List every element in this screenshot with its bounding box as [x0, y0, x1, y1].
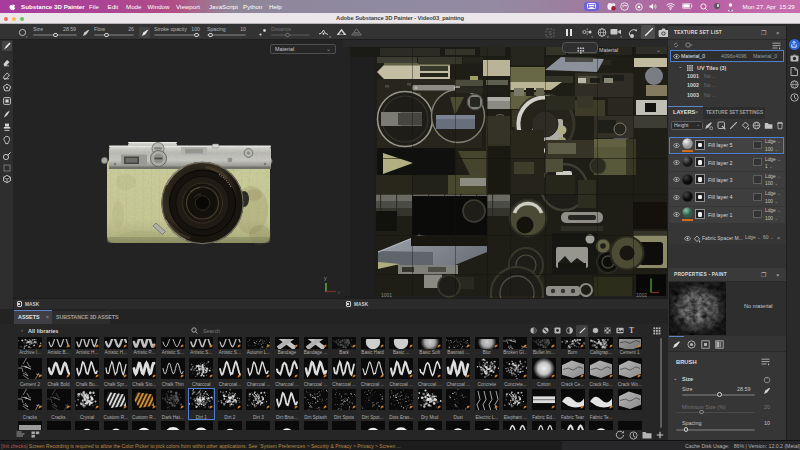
svg-text:1002: 1002 [636, 292, 647, 298]
svg-text:y: y [324, 275, 327, 281]
svg-text:x: x [338, 289, 341, 295]
svg-text:S: S [548, 30, 552, 36]
svg-text:1001: 1001 [381, 292, 392, 298]
